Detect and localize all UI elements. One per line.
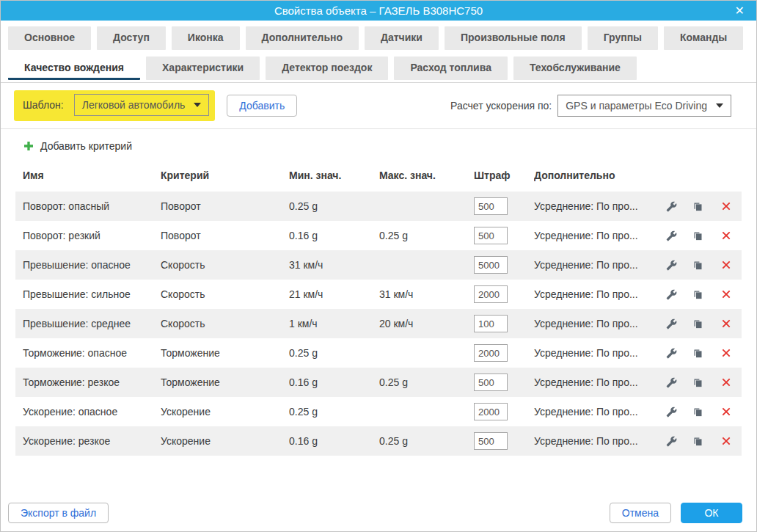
row-criterion: Торможение (161, 376, 289, 388)
tab-label: Команды (680, 32, 727, 43)
row-penalty-cell (474, 197, 534, 215)
plus-icon (23, 140, 34, 152)
row-penalty-cell (474, 285, 534, 303)
row-penalty-cell (474, 344, 534, 362)
edit-wrench-icon[interactable] (658, 348, 684, 359)
delete-x-icon[interactable] (711, 348, 742, 358)
header-penalty: Штраф (474, 170, 534, 181)
tab-label: Качество вождения (24, 62, 124, 73)
tab-label: Датчики (381, 32, 423, 43)
row-criterion: Ускорение (161, 406, 289, 418)
table-row: Превышение: среднее Скорость 1 км/ч 20 к… (15, 309, 742, 338)
tab-row-2: Качество вождения Характеристики Детекто… (8, 57, 749, 80)
penalty-input[interactable] (474, 432, 508, 450)
tab-row-1: Основное Доступ Иконка Дополнительно Дат… (8, 26, 749, 50)
tab-dostup[interactable]: Доступ (97, 26, 166, 50)
export-to-file-button[interactable]: Экспорт в файл (8, 503, 109, 523)
tab-dopolnitelno[interactable]: Дополнительно (246, 26, 359, 50)
delete-x-icon[interactable] (711, 377, 742, 387)
copy-icon[interactable] (684, 230, 711, 241)
penalty-input[interactable] (474, 344, 508, 362)
edit-wrench-icon[interactable] (658, 230, 684, 241)
table-row: Поворот: опасный Поворот 0.25 g Усреднен… (15, 192, 742, 221)
penalty-input[interactable] (474, 256, 508, 274)
tab-komandy[interactable]: Команды (664, 26, 743, 50)
tab-proizvolnye-polya[interactable]: Произвольные поля (445, 26, 582, 50)
penalty-input[interactable] (474, 285, 508, 303)
copy-icon[interactable] (684, 348, 711, 359)
delete-x-icon[interactable] (711, 260, 742, 270)
row-criterion: Поворот (161, 200, 289, 212)
acceleration-select[interactable]: GPS и параметры Eco Driving (557, 95, 731, 117)
ok-button[interactable]: ОК (681, 503, 742, 523)
tabs-container: Основное Доступ Иконка Дополнительно Дат… (1, 21, 756, 80)
penalty-input[interactable] (474, 403, 508, 420)
tab-label: Техобслуживание (530, 62, 621, 73)
template-bar: Шаблон: Легковой автомобиль Добавить Рас… (1, 83, 756, 128)
table-row: Превышение: опасное Скорость 31 км/ч Уср… (15, 250, 742, 280)
row-min: 0.16 g (289, 376, 379, 388)
add-criterion-link[interactable]: Добавить критерий (1, 129, 132, 159)
tab-tekhobsluzhivanie[interactable]: Техобслуживание (513, 57, 637, 80)
object-properties-dialog: Свойства объекта – ГАЗЕЛЬ B308HC750 ✕ Ос… (0, 0, 757, 532)
copy-icon[interactable] (684, 318, 711, 329)
row-name: Поворот: опасный (23, 200, 161, 212)
row-extra: Усреднение: По про... (534, 259, 658, 271)
tab-kharakteristiki[interactable]: Характеристики (146, 57, 260, 80)
tab-raskhod-topliva[interactable]: Расход топлива (394, 57, 508, 80)
edit-wrench-icon[interactable] (658, 318, 684, 329)
delete-x-icon[interactable] (711, 436, 742, 446)
table-row: Торможение: опасное Торможение 0.25 g Ус… (15, 338, 742, 368)
dialog-titlebar: Свойства объекта – ГАЗЕЛЬ B308HC750 ✕ (1, 1, 756, 21)
copy-icon[interactable] (684, 377, 711, 388)
row-min: 0.16 g (289, 435, 379, 447)
edit-wrench-icon[interactable] (658, 407, 684, 418)
template-select[interactable]: Легковой автомобиль (74, 94, 210, 116)
row-criterion: Скорость (161, 259, 289, 271)
row-penalty-cell (474, 374, 534, 391)
delete-x-icon[interactable] (711, 201, 742, 211)
tab-osnovnoe[interactable]: Основное (8, 26, 91, 50)
row-name: Торможение: резкое (23, 376, 161, 388)
tab-datchiki[interactable]: Датчики (365, 26, 439, 50)
copy-icon[interactable] (684, 260, 711, 271)
tab-label: Детектор поездок (282, 62, 372, 73)
edit-wrench-icon[interactable] (658, 289, 684, 300)
copy-icon[interactable] (684, 289, 711, 300)
row-extra: Усреднение: По про... (534, 406, 658, 418)
penalty-input[interactable] (474, 227, 508, 244)
edit-wrench-icon[interactable] (658, 377, 684, 388)
delete-x-icon[interactable] (711, 230, 742, 241)
delete-x-icon[interactable] (711, 289, 742, 299)
row-name: Ускорение: резкое (23, 435, 161, 447)
copy-icon[interactable] (684, 201, 711, 212)
tab-label: Доступ (113, 32, 150, 43)
close-icon[interactable]: ✕ (735, 1, 745, 21)
row-criterion: Поворот (161, 230, 289, 241)
delete-x-icon[interactable] (711, 318, 742, 329)
tab-kachestvo-vozhdeniya[interactable]: Качество вождения (8, 57, 140, 80)
penalty-input[interactable] (474, 374, 508, 391)
tab-detektor-poezdok[interactable]: Детектор поездок (266, 57, 388, 80)
penalty-input[interactable] (474, 197, 508, 215)
penalty-input[interactable] (474, 315, 508, 332)
table-row: Превышение: сильное Скорость 21 км/ч 31 … (15, 280, 742, 309)
row-max: 0.25 g (379, 376, 474, 388)
add-template-button[interactable]: Добавить (227, 95, 297, 117)
chevron-down-icon (194, 103, 201, 107)
acceleration-group: Расчет ускорения по: GPS и параметры Eco… (450, 95, 731, 117)
edit-wrench-icon[interactable] (658, 201, 684, 212)
tab-gruppy[interactable]: Группы (588, 26, 658, 50)
delete-x-icon[interactable] (711, 407, 742, 417)
acceleration-select-value: GPS и параметры Eco Driving (566, 100, 707, 112)
row-min: 0.25 g (289, 406, 379, 418)
copy-icon[interactable] (684, 407, 711, 418)
edit-wrench-icon[interactable] (658, 436, 684, 447)
edit-wrench-icon[interactable] (658, 260, 684, 271)
tab-ikonka[interactable]: Иконка (172, 26, 240, 50)
row-name: Поворот: резкий (23, 230, 161, 241)
template-highlight: Шаблон: Легковой автомобиль (14, 90, 215, 121)
cancel-button[interactable]: Отмена (610, 503, 671, 523)
criteria-table: Имя Критерий Мин. знач. Макс. знач. Штра… (15, 159, 742, 456)
copy-icon[interactable] (684, 436, 711, 447)
